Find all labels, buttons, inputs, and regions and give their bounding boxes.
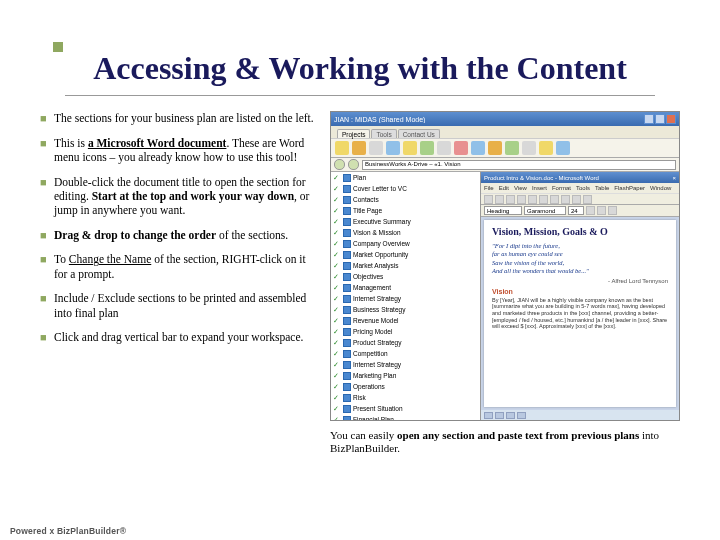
bullet-item: ■ Double-click the document title to ope… — [40, 175, 318, 218]
word-menu-item[interactable]: View — [514, 185, 527, 191]
toolbar-icon[interactable] — [522, 141, 536, 155]
doc-label: Cover Letter to VC — [353, 185, 407, 192]
window-titlebar: JIAN : MiDAS (Shared Mode) — [331, 112, 679, 126]
list-item[interactable]: ✓Cover Letter to VC — [331, 183, 480, 194]
toolbar-icon[interactable] — [488, 141, 502, 155]
word-tool-icon[interactable] — [506, 195, 515, 204]
check-icon: ✓ — [333, 251, 341, 259]
word-title-text: Product Intro & Vision.doc - Microsoft W… — [484, 175, 599, 181]
status-icon[interactable] — [517, 412, 526, 419]
toolbar-icon[interactable] — [403, 141, 417, 155]
list-item[interactable]: ✓Management — [331, 282, 480, 293]
list-item[interactable]: ✓Present Situation — [331, 403, 480, 414]
bullet-item: ■ The sections for your business plan ar… — [40, 111, 318, 126]
toolbar-icon[interactable] — [437, 141, 451, 155]
list-item[interactable]: ✓Revenue Model — [331, 315, 480, 326]
check-icon: ✓ — [333, 350, 341, 358]
doc-label: Internet Strategy — [353, 295, 401, 302]
font-dropdown[interactable]: Garamond — [524, 206, 566, 215]
forward-icon[interactable] — [348, 159, 359, 170]
status-icon[interactable] — [495, 412, 504, 419]
doc-label: Internet Strategy — [353, 361, 401, 368]
word-tool-icon[interactable] — [561, 195, 570, 204]
close-icon[interactable] — [666, 114, 676, 124]
word-tool-icon[interactable] — [539, 195, 548, 204]
list-item[interactable]: ✓Market Analysis — [331, 260, 480, 271]
word-menu-item[interactable]: Insert — [532, 185, 547, 191]
bullet-icon: ■ — [40, 330, 54, 345]
list-item[interactable]: ✓Product Strategy — [331, 337, 480, 348]
check-icon: ✓ — [333, 240, 341, 248]
style-dropdown[interactable]: Heading — [484, 206, 522, 215]
list-item[interactable]: ✓Objectives — [331, 271, 480, 282]
list-item[interactable]: ✓Marketing Plan — [331, 370, 480, 381]
toolbar-icon[interactable] — [454, 141, 468, 155]
doc-quote: "For I dipt into the future, far as huma… — [492, 242, 668, 276]
tab-tools[interactable]: Tools — [371, 129, 396, 138]
doc-icon — [343, 229, 351, 237]
size-dropdown[interactable]: 24 — [568, 206, 584, 215]
list-item[interactable]: ✓Competition — [331, 348, 480, 359]
toolbar-icon[interactable] — [539, 141, 553, 155]
doc-label: Objectives — [353, 273, 383, 280]
toolbar-icon[interactable] — [471, 141, 485, 155]
toolbar-icon[interactable] — [386, 141, 400, 155]
bold-icon[interactable] — [586, 206, 595, 215]
word-tool-icon[interactable] — [583, 195, 592, 204]
word-menu-item[interactable]: Format — [552, 185, 571, 191]
check-icon: ✓ — [333, 295, 341, 303]
maximize-icon[interactable] — [655, 114, 665, 124]
word-tool-icon[interactable] — [517, 195, 526, 204]
back-icon[interactable] — [334, 159, 345, 170]
word-menu-item[interactable]: File — [484, 185, 494, 191]
toolbar-icon[interactable] — [335, 141, 349, 155]
word-titlebar: Product Intro & Vision.doc - Microsoft W… — [481, 172, 679, 183]
list-item[interactable]: ✓Financial Plan — [331, 414, 480, 420]
word-tool-icon[interactable] — [495, 195, 504, 204]
list-item[interactable]: ✓Business Strategy — [331, 304, 480, 315]
word-menu-item[interactable]: FlashPaper — [614, 185, 645, 191]
doc-label: Risk — [353, 394, 366, 401]
tab-projects[interactable]: Projects — [337, 129, 370, 138]
bullet-icon: ■ — [40, 136, 54, 165]
list-item[interactable]: ✓Market Opportunity — [331, 249, 480, 260]
toolbar-icon[interactable] — [505, 141, 519, 155]
doc-label: Market Analysis — [353, 262, 399, 269]
list-item[interactable]: ✓Company Overview — [331, 238, 480, 249]
word-menu-item[interactable]: Edit — [499, 185, 509, 191]
word-tool-icon[interactable] — [528, 195, 537, 204]
list-item[interactable]: ✓Executive Summary — [331, 216, 480, 227]
tab-contact[interactable]: Contact Us — [398, 129, 440, 138]
list-item[interactable]: ✓Plan — [331, 172, 480, 183]
bullet-text: This is a Microsoft Word document. These… — [54, 136, 318, 165]
list-item[interactable]: ✓Pricing Model — [331, 326, 480, 337]
word-tool-icon[interactable] — [484, 195, 493, 204]
word-close-icon[interactable]: × — [672, 175, 676, 181]
underline-icon[interactable] — [608, 206, 617, 215]
list-item[interactable]: ✓Risk — [331, 392, 480, 403]
list-item[interactable]: ✓Internet Strategy — [331, 293, 480, 304]
word-menu-item[interactable]: Table — [595, 185, 609, 191]
toolbar-icon[interactable] — [420, 141, 434, 155]
word-menu-item[interactable]: Window — [650, 185, 671, 191]
status-icon[interactable] — [506, 412, 515, 419]
status-icon[interactable] — [484, 412, 493, 419]
list-item[interactable]: ✓Title Page — [331, 205, 480, 216]
toolbar-icon[interactable] — [352, 141, 366, 155]
address-box[interactable]: BusinessWorks A-Drive – «1. Vision — [362, 160, 676, 170]
doc-icon — [343, 361, 351, 369]
instruction-list: ■ The sections for your business plan ar… — [40, 111, 318, 455]
list-item[interactable]: ✓Contacts — [331, 194, 480, 205]
check-icon: ✓ — [333, 383, 341, 391]
list-item[interactable]: ✓Operations — [331, 381, 480, 392]
minimize-icon[interactable] — [644, 114, 654, 124]
word-tool-icon[interactable] — [550, 195, 559, 204]
italic-icon[interactable] — [597, 206, 606, 215]
toolbar-icon[interactable] — [556, 141, 570, 155]
word-menu-item[interactable]: Tools — [576, 185, 590, 191]
doc-label: Executive Summary — [353, 218, 411, 225]
toolbar-icon[interactable] — [369, 141, 383, 155]
list-item[interactable]: ✓Internet Strategy — [331, 359, 480, 370]
list-item[interactable]: ✓Vision & Mission — [331, 227, 480, 238]
word-tool-icon[interactable] — [572, 195, 581, 204]
